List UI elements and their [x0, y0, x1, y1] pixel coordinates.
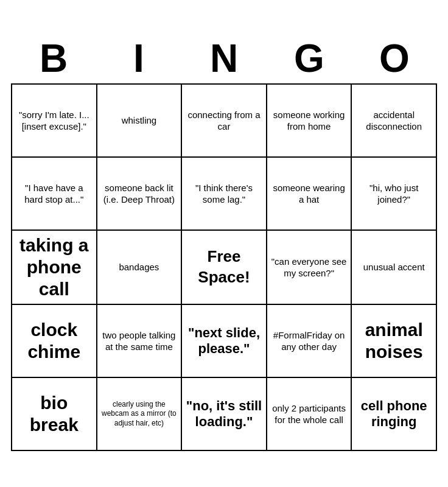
- bingo-cell-13: "can everyone see my screen?": [267, 231, 352, 305]
- bingo-cell-3: someone working from home: [267, 85, 352, 158]
- bingo-cell-22: "no, it's still loading.": [182, 378, 267, 451]
- letter-o: O: [352, 36, 437, 81]
- letter-g: G: [267, 36, 352, 81]
- letter-i: I: [96, 36, 181, 81]
- letter-b: B: [11, 36, 96, 81]
- bingo-cell-8: someone wearing a hat: [267, 158, 352, 231]
- bingo-cell-9: "hi, who just joined?": [352, 158, 437, 231]
- bingo-cell-7: "I think there's some lag.": [182, 158, 267, 231]
- bingo-cell-20: bio break: [12, 378, 97, 451]
- bingo-cell-0: "sorry I'm late. I... [insert excuse].": [12, 85, 97, 158]
- bingo-card: B I N G O "sorry I'm late. I... [insert …: [11, 36, 437, 451]
- bingo-cell-12: Free Space!: [182, 231, 267, 305]
- bingo-cell-23: only 2 participants for the whole call: [267, 378, 352, 451]
- bingo-cell-15: clock chime: [12, 305, 97, 378]
- bingo-cell-17: "next slide, please.": [182, 305, 267, 378]
- bingo-cell-10: taking a phone call: [12, 231, 97, 305]
- bingo-header: B I N G O: [11, 36, 437, 81]
- bingo-cell-24: cell phone ringing: [352, 378, 437, 451]
- bingo-cell-16: two people talking at the same time: [97, 305, 183, 378]
- bingo-cell-21: clearly using the webcam as a mirror (to…: [97, 378, 183, 451]
- letter-n: N: [181, 36, 267, 81]
- bingo-cell-4: accidental disconnection: [352, 85, 437, 158]
- bingo-cell-2: connecting from a car: [182, 85, 267, 158]
- bingo-cell-14: unusual accent: [352, 231, 437, 305]
- bingo-cell-6: someone back lit (i.e. Deep Throat): [97, 158, 183, 231]
- bingo-cell-11: bandages: [97, 231, 183, 305]
- bingo-grid: "sorry I'm late. I... [insert excuse]."w…: [11, 83, 437, 451]
- bingo-cell-1: whistling: [97, 85, 183, 158]
- bingo-cell-18: #FormalFriday on any other day: [267, 305, 352, 378]
- bingo-cell-19: animal noises: [352, 305, 437, 378]
- bingo-cell-5: "I have have a hard stop at...": [12, 158, 97, 231]
